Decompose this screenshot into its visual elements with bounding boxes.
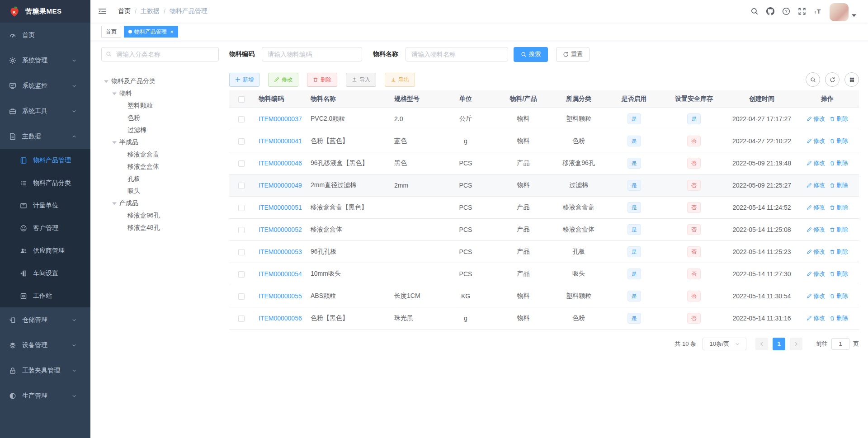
sidebar-item-system-management[interactable]: 系统管理: [0, 48, 90, 73]
sidebar-item-device-management[interactable]: 设备管理: [0, 333, 90, 358]
add-button[interactable]: 新增: [229, 73, 259, 87]
material-code-link[interactable]: ITEM00000055: [259, 292, 302, 300]
tree-node[interactable]: 物料及产品分类: [101, 75, 219, 87]
tree-node[interactable]: 半成品: [101, 136, 219, 148]
material-code-link[interactable]: ITEM00000041: [259, 137, 302, 145]
tree-node[interactable]: 过滤棉: [101, 124, 219, 136]
row-edit-link[interactable]: 修改: [807, 270, 825, 278]
github-icon[interactable]: [766, 7, 774, 15]
material-code-link[interactable]: ITEM00000046: [259, 160, 302, 167]
row-edit-link[interactable]: 修改: [807, 203, 825, 212]
tree-node[interactable]: 塑料颗粒: [101, 99, 219, 112]
row-checkbox[interactable]: [238, 227, 245, 233]
help-icon[interactable]: ?: [782, 7, 790, 15]
logo[interactable]: K 苦糖果MES: [0, 0, 90, 23]
sidebar-item-material-product-category[interactable]: 物料产品分类: [0, 172, 90, 194]
export-button[interactable]: 导出: [385, 73, 415, 87]
sidebar-item-workshop-settings[interactable]: 车间设置: [0, 262, 90, 285]
delete-button[interactable]: 删除: [307, 73, 337, 87]
row-delete-link[interactable]: 删除: [830, 292, 848, 300]
material-code-link[interactable]: ITEM00000037: [259, 115, 302, 122]
font-size-icon[interactable]: TT: [814, 7, 822, 15]
row-checkbox[interactable]: [238, 116, 245, 122]
prev-page-button[interactable]: [755, 338, 768, 350]
name-filter-input[interactable]: [406, 47, 508, 61]
material-code-link[interactable]: ITEM00000049: [259, 182, 302, 189]
row-edit-link[interactable]: 修改: [807, 115, 825, 123]
category-search-input[interactable]: [101, 47, 219, 61]
tree-node[interactable]: 移液盒盒体: [101, 160, 219, 173]
row-checkbox[interactable]: [238, 138, 245, 145]
material-code-link[interactable]: ITEM00000053: [259, 248, 302, 255]
row-checkbox[interactable]: [238, 249, 245, 255]
row-edit-link[interactable]: 修改: [807, 226, 825, 234]
row-checkbox[interactable]: [238, 160, 245, 167]
sidebar-item-workstation[interactable]: 工作站: [0, 285, 90, 307]
row-delete-link[interactable]: 删除: [830, 159, 848, 167]
tree-node[interactable]: 产成品: [101, 197, 219, 209]
page-1-button[interactable]: 1: [773, 338, 785, 350]
row-delete-link[interactable]: 删除: [830, 270, 848, 278]
select-all-checkbox[interactable]: [238, 96, 245, 103]
sidebar-item-system-tools[interactable]: 系统工具: [0, 99, 90, 124]
code-filter-input[interactable]: [262, 47, 362, 61]
goto-page-input[interactable]: [831, 338, 849, 350]
row-delete-link[interactable]: 删除: [830, 314, 848, 322]
row-checkbox[interactable]: [238, 271, 245, 278]
sidebar-item-material-product-management[interactable]: 物料产品管理: [0, 149, 90, 172]
row-edit-link[interactable]: 修改: [807, 137, 825, 145]
row-checkbox[interactable]: [238, 316, 245, 322]
row-checkbox[interactable]: [238, 183, 245, 189]
reset-button[interactable]: 重置: [556, 47, 590, 62]
refresh-button[interactable]: [825, 72, 840, 87]
import-button[interactable]: 导入: [346, 73, 376, 87]
row-checkbox[interactable]: [238, 293, 245, 300]
material-code-link[interactable]: ITEM00000056: [259, 315, 302, 322]
row-delete-link[interactable]: 删除: [830, 115, 848, 123]
sidebar-item-master-data[interactable]: 主数据: [0, 124, 90, 149]
search-button[interactable]: 搜索: [514, 47, 548, 62]
row-delete-link[interactable]: 删除: [830, 248, 848, 256]
row-edit-link[interactable]: 修改: [807, 159, 825, 167]
search-icon[interactable]: [750, 7, 759, 15]
next-page-button[interactable]: [790, 338, 802, 350]
tree-node[interactable]: 移液盒48孔: [101, 221, 219, 234]
sidebar-item-supplier-management[interactable]: 供应商管理: [0, 240, 90, 262]
tree-node[interactable]: 物料: [101, 87, 219, 99]
tree-node[interactable]: 吸头: [101, 185, 219, 197]
breadcrumb-item[interactable]: 物料产品管理: [170, 7, 208, 15]
fullscreen-icon[interactable]: [798, 7, 806, 15]
row-edit-link[interactable]: 修改: [807, 181, 825, 189]
row-delete-link[interactable]: 删除: [830, 137, 848, 145]
sidebar-item-system-monitor[interactable]: 系统监控: [0, 73, 90, 99]
row-checkbox[interactable]: [238, 205, 245, 211]
sidebar-item-fixture-management[interactable]: 工装夹具管理: [0, 358, 90, 383]
row-edit-link[interactable]: 修改: [807, 314, 825, 322]
tree-node[interactable]: 色粉: [101, 112, 219, 124]
sidebar-item-measure-unit[interactable]: 计量单位: [0, 194, 90, 217]
row-edit-link[interactable]: 修改: [807, 248, 825, 256]
sidebar-item-warehouse-management[interactable]: 仓储管理: [0, 307, 90, 333]
material-code-link[interactable]: ITEM00000054: [259, 270, 302, 278]
breadcrumb-item[interactable]: 首页: [118, 7, 131, 15]
columns-toggle-button[interactable]: [844, 72, 859, 87]
row-delete-link[interactable]: 删除: [830, 181, 848, 189]
tree-node[interactable]: 孔板: [101, 173, 219, 185]
page-size-select[interactable]: 10条/页: [703, 338, 746, 350]
row-edit-link[interactable]: 修改: [807, 292, 825, 300]
tree-node[interactable]: 移液盒96孔: [101, 209, 219, 221]
tab-1[interactable]: 物料产品管理×: [124, 26, 178, 38]
tree-node[interactable]: 移液盒盒盖: [101, 148, 219, 160]
sidebar-item-production-management[interactable]: 生产管理: [0, 383, 90, 409]
material-code-link[interactable]: ITEM00000051: [259, 204, 302, 211]
show-search-button[interactable]: [806, 72, 820, 87]
breadcrumb-item[interactable]: 主数据: [141, 7, 160, 15]
material-code-link[interactable]: ITEM00000052: [259, 226, 302, 233]
tab-0[interactable]: 首页: [101, 26, 121, 38]
row-delete-link[interactable]: 删除: [830, 226, 848, 234]
row-delete-link[interactable]: 删除: [830, 203, 848, 212]
sidebar-toggle-icon[interactable]: [98, 7, 106, 15]
avatar[interactable]: [830, 3, 849, 21]
sidebar-item-customer-management[interactable]: 客户管理: [0, 217, 90, 240]
sidebar-item-home[interactable]: 首页: [0, 23, 90, 48]
